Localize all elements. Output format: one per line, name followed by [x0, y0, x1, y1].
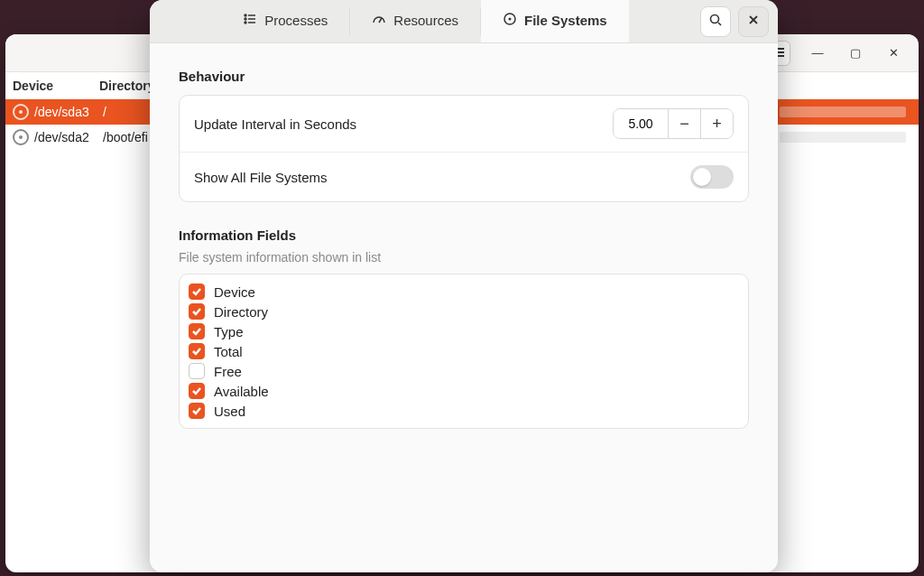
- behaviour-card: Update Interval in Seconds − + Show All …: [179, 95, 749, 202]
- info-field-row: Free: [189, 361, 739, 381]
- tab-label: File Systems: [524, 13, 607, 28]
- show-all-row: Show All File Systems: [180, 152, 748, 201]
- col-device-header[interactable]: Device: [13, 79, 99, 93]
- disk-tab-icon: [503, 12, 517, 29]
- tab-resources[interactable]: Resources: [350, 0, 480, 42]
- update-interval-label: Update Interval in Seconds: [194, 116, 356, 132]
- tab-label: Processes: [264, 13, 328, 28]
- header-actions: [700, 0, 778, 42]
- dialog-body: Behaviour Update Interval in Seconds − +…: [150, 43, 778, 572]
- dialog-header: Processes Resources File Systems: [150, 0, 778, 43]
- info-field-label: Device: [214, 284, 255, 300]
- svg-line-10: [718, 23, 721, 25]
- gauge-icon: [372, 12, 386, 29]
- svg-point-4: [245, 22, 246, 23]
- info-field-label: Free: [214, 364, 242, 379]
- update-interval-input[interactable]: [614, 109, 668, 138]
- checkbox[interactable]: [189, 303, 205, 320]
- info-field-row: Used: [189, 401, 739, 421]
- info-field-label: Available: [214, 384, 269, 399]
- tab-filesystems[interactable]: File Systems: [481, 0, 629, 42]
- cell-directory: /boot/efi: [103, 130, 148, 144]
- tab-bar: Processes Resources File Systems: [150, 0, 700, 42]
- checkbox[interactable]: [189, 283, 205, 300]
- close-window-button[interactable]: ✕: [882, 42, 904, 64]
- svg-line-6: [379, 18, 382, 23]
- tab-processes[interactable]: Processes: [221, 0, 349, 42]
- increment-button[interactable]: +: [700, 109, 733, 138]
- list-icon: [243, 12, 257, 29]
- svg-point-2: [245, 18, 246, 20]
- cell-device: /dev/sda2: [34, 130, 103, 144]
- checkbox[interactable]: [189, 383, 205, 399]
- show-all-label: Show All File Systems: [194, 170, 328, 185]
- info-fields-heading: Information Fields: [179, 228, 749, 243]
- info-fields-card: DeviceDirectoryTypeTotalFreeAvailableUse…: [179, 274, 749, 429]
- usage-bar: [780, 132, 906, 143]
- minimize-button[interactable]: —: [807, 42, 828, 64]
- decrement-button[interactable]: −: [668, 109, 700, 138]
- preferences-dialog: Processes Resources File Systems: [150, 0, 778, 572]
- info-field-row: Type: [189, 321, 739, 341]
- search-icon: [708, 13, 723, 30]
- disk-icon: [13, 104, 29, 120]
- checkbox[interactable]: [189, 323, 205, 339]
- cell-directory: /: [103, 105, 106, 119]
- svg-point-9: [711, 15, 719, 23]
- plus-icon: +: [712, 115, 722, 133]
- info-field-label: Type: [214, 324, 244, 339]
- info-field-label: Total: [214, 344, 243, 359]
- usage-bar: [780, 107, 906, 117]
- minus-icon: −: [679, 115, 689, 133]
- checkbox[interactable]: [189, 343, 205, 359]
- maximize-button[interactable]: ▢: [845, 42, 866, 64]
- checkbox[interactable]: [189, 403, 205, 419]
- info-field-label: Directory: [214, 304, 268, 320]
- dialog-close-button[interactable]: [738, 6, 769, 37]
- checkbox[interactable]: [189, 363, 205, 379]
- info-field-row: Total: [189, 341, 739, 361]
- close-icon: [747, 14, 760, 29]
- info-field-label: Used: [214, 404, 245, 419]
- maximize-icon: ▢: [850, 46, 861, 60]
- update-interval-spinner: − +: [613, 108, 734, 139]
- info-field-row: Directory: [189, 302, 739, 321]
- info-field-row: Available: [189, 381, 739, 401]
- show-all-toggle[interactable]: [690, 165, 734, 189]
- info-field-row: Device: [189, 282, 739, 302]
- close-icon: ✕: [889, 46, 899, 60]
- disk-icon: [13, 129, 29, 145]
- update-interval-row: Update Interval in Seconds − +: [180, 96, 748, 152]
- behaviour-heading: Behaviour: [179, 69, 749, 84]
- svg-point-0: [245, 14, 246, 16]
- tab-label: Resources: [393, 13, 458, 28]
- search-button[interactable]: [700, 6, 731, 37]
- info-fields-subtitle: File system information shown in list: [179, 250, 749, 265]
- minimize-icon: —: [812, 46, 824, 60]
- svg-point-8: [509, 17, 512, 20]
- cell-device: /dev/sda3: [34, 105, 103, 119]
